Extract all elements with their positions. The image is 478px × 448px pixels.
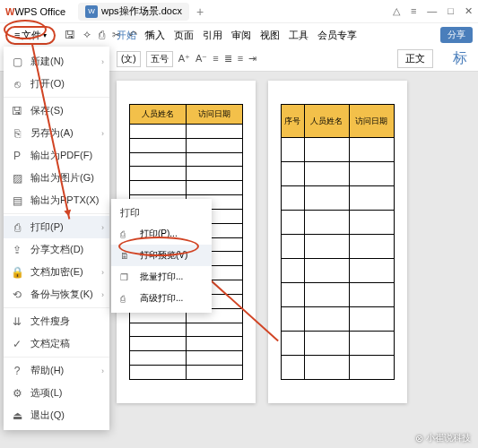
preview-icon: 🗎 (120, 251, 133, 261)
open-icon: ⎋ (11, 78, 23, 90)
font-select[interactable]: (文) (117, 51, 141, 67)
help-icon: ? (11, 365, 23, 377)
new-icon[interactable]: ✧ (83, 29, 91, 41)
menu-encrypt[interactable]: 🔒文档加密(E)› (4, 261, 109, 283)
menu-insert[interactable]: 插入 (145, 29, 165, 42)
menu-backup[interactable]: ⟲备份与恢复(K)› (4, 283, 109, 306)
submenu-print[interactable]: ⎙打印(P)... (111, 223, 212, 245)
printer-icon: ⎙ (120, 229, 133, 239)
menu-page[interactable]: 页面 (174, 29, 194, 42)
th-name2: 人员姓名 (304, 105, 349, 138)
print-submenu: 打印 ⎙打印(P)... 🗎打印预览(V) ❒批量打印... ⎙高级打印... (111, 199, 212, 313)
align-icon[interactable]: ≡ (238, 53, 243, 65)
chevron-right-icon: › (101, 290, 104, 299)
minimize-button[interactable]: — (427, 5, 437, 17)
menu-share-doc[interactable]: ⇪分享文档(D) (4, 238, 109, 261)
menu-slim[interactable]: ⇊文件瘦身 (4, 310, 109, 332)
printer-icon: ⎙ (11, 221, 23, 234)
app-logo-icon: W (5, 6, 14, 17)
size-select[interactable]: 五号 (146, 51, 173, 67)
th-name: 人员姓名 (130, 105, 187, 125)
pptx-icon: ▤ (11, 194, 23, 207)
menu-pdf[interactable]: P输出为PDF(F) (4, 144, 109, 167)
style-heading[interactable]: 标 (453, 49, 467, 68)
new-file-icon: ▢ (11, 56, 23, 68)
indent-icon[interactable]: ⇥ (248, 53, 256, 65)
watermark: ⊗ 小崔说科技 (415, 432, 471, 444)
menu-help[interactable]: ?帮助(H)› (4, 359, 109, 382)
menu-exit[interactable]: ⏏退出(Q) (4, 404, 109, 426)
page-2: 序号人员姓名访问日期 (268, 81, 407, 403)
font-smaller-icon[interactable]: A⁻ (196, 53, 207, 65)
title-bar: W WPS Office W wps操作场景.docx + △ ≡ — □ ✕ (0, 0, 478, 23)
doc-icon: W (85, 5, 98, 18)
adv-print-icon: ⎙ (120, 294, 133, 304)
menu-view[interactable]: 视图 (260, 29, 280, 42)
menu-open[interactable]: ⎋打开(O) (4, 73, 109, 95)
doc-title: wps操作场景.docx (101, 4, 182, 18)
ribbon-icons: A⁺ A⁻ ≡ ≣ ≡ ⇥ (178, 53, 361, 65)
submenu-batch[interactable]: ❒批量打印... (111, 266, 212, 288)
th-date: 访问日期 (187, 105, 243, 125)
share-button[interactable]: 分享 (440, 27, 473, 43)
toolbar: ≡ 文件 ▾ 🖫 ✧ ⎙ ✂ ↶ ↷ 开始 插入 页面 引用 审阅 视图 工具 … (0, 23, 478, 47)
numbered-icon[interactable]: ≣ (224, 53, 232, 65)
menu-save[interactable]: 🖫保存(S) (4, 99, 109, 122)
app-name: WPS Office (14, 6, 65, 17)
hamburger-icon: ≡ (14, 30, 20, 40)
gear-icon: ⚙ (11, 387, 23, 400)
menu-option[interactable]: ⚙选项(L) (4, 382, 109, 404)
th-seq: 序号 (282, 105, 305, 138)
app-menu-icon[interactable]: ≡ (411, 5, 416, 17)
document-tab[interactable]: W wps操作场景.docx (78, 3, 189, 21)
chevron-down-icon: ▾ (43, 31, 47, 39)
submenu-title: 打印 (111, 202, 212, 223)
new-tab-button[interactable]: + (196, 4, 204, 19)
table-2[interactable]: 序号人员姓名访问日期 (281, 104, 395, 380)
menu-tool[interactable]: 工具 (289, 29, 309, 42)
slim-icon: ⇊ (11, 315, 23, 328)
cloud-icon[interactable]: △ (393, 5, 400, 17)
share-icon: ⇪ (11, 244, 23, 256)
chevron-right-icon: › (101, 223, 104, 232)
save-icon[interactable]: 🖫 (65, 29, 75, 41)
menu-img[interactable]: ▨输出为图片(G) (4, 167, 109, 189)
menu-fix[interactable]: ✓文档定稿 (4, 332, 109, 355)
menu-bar: 开始 插入 页面 引用 审阅 视图 工具 会员专享 (117, 29, 357, 42)
saveas-icon: ⎘ (11, 127, 23, 140)
menu-member[interactable]: 会员专享 (317, 29, 357, 42)
close-button[interactable]: ✕ (465, 5, 473, 17)
menu-ref[interactable]: 引用 (203, 29, 222, 42)
menu-pptx[interactable]: ▤输出为PPTX(X) (4, 189, 109, 211)
font-bigger-icon[interactable]: A⁺ (178, 53, 190, 65)
backup-icon: ⟲ (11, 289, 23, 301)
th-date2: 访问日期 (349, 105, 394, 138)
stamp-icon: ✓ (11, 338, 23, 350)
list-icon[interactable]: ≡ (213, 53, 218, 65)
menu-saveas[interactable]: ⎘另存为(A)› (4, 122, 109, 144)
submenu-advanced[interactable]: ⎙高级打印... (111, 288, 212, 309)
style-normal[interactable]: 正文 (397, 49, 433, 68)
chevron-right-icon: › (101, 366, 104, 375)
file-menu-button[interactable]: ≡ 文件 ▾ (5, 26, 56, 45)
exit-icon: ⏏ (11, 409, 23, 422)
menu-print[interactable]: ⎙打印(P)› (4, 216, 109, 238)
chevron-right-icon: › (101, 129, 104, 138)
menu-review[interactable]: 审阅 (231, 29, 251, 42)
batch-icon: ❒ (120, 272, 133, 282)
lock-icon: 🔒 (11, 266, 23, 279)
chevron-right-icon: › (101, 268, 104, 277)
menu-start[interactable]: 开始 (117, 29, 136, 42)
image-icon: ▨ (11, 172, 23, 185)
submenu-preview[interactable]: 🗎打印预览(V) (111, 245, 212, 266)
maximize-button[interactable]: □ (448, 5, 454, 17)
pdf-icon: P (11, 150, 23, 162)
chevron-right-icon: › (101, 57, 104, 66)
watermark-icon: ⊗ (415, 433, 423, 444)
window-controls: △ ≡ — □ ✕ (393, 5, 473, 17)
save-icon: 🖫 (11, 105, 23, 117)
print-icon[interactable]: ⎙ (99, 29, 105, 41)
file-dropdown-menu: ▢新建(N)› ⎋打开(O) 🖫保存(S) ⎘另存为(A)› P输出为PDF(F… (4, 47, 109, 430)
menu-new[interactable]: ▢新建(N)› (4, 50, 109, 73)
